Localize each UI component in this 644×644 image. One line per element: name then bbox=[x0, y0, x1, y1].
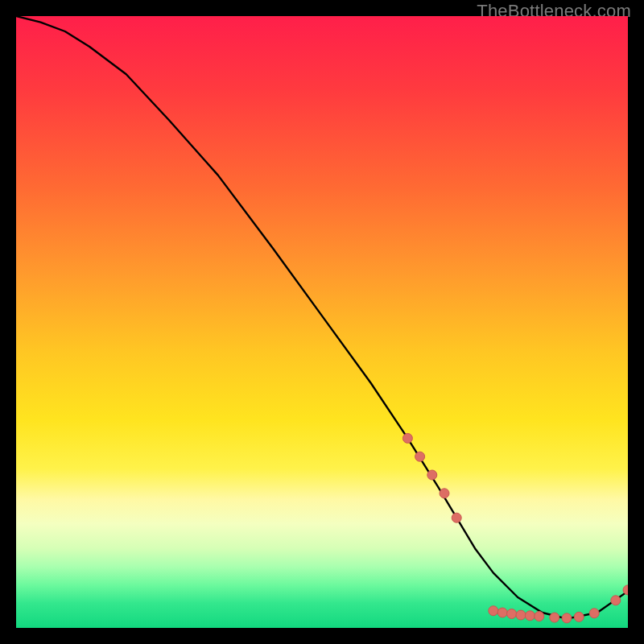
plot-area bbox=[16, 16, 628, 628]
data-marker bbox=[415, 452, 425, 461]
data-marker bbox=[489, 606, 498, 616]
data-marker bbox=[452, 513, 461, 522]
data-marker bbox=[574, 612, 584, 621]
data-marker bbox=[497, 608, 507, 617]
data-marker bbox=[516, 610, 526, 620]
data-marker bbox=[507, 609, 517, 619]
data-marker bbox=[402, 433, 412, 443]
data-marker bbox=[440, 489, 449, 498]
data-marker bbox=[562, 613, 572, 623]
data-marker bbox=[525, 611, 535, 621]
data-marker bbox=[589, 609, 599, 618]
curve-svg bbox=[16, 16, 628, 628]
bottleneck-curve bbox=[16, 16, 628, 619]
data-marker bbox=[550, 613, 559, 622]
data-marker bbox=[427, 470, 437, 480]
data-marker bbox=[535, 612, 544, 621]
chart-stage: TheBottleneck.com bbox=[0, 0, 644, 644]
data-marker bbox=[611, 596, 621, 605]
